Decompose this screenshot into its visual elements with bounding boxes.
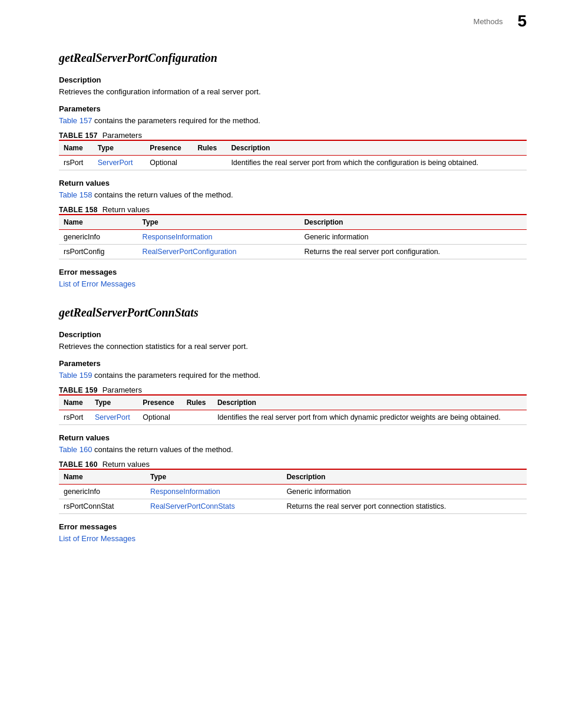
table158-col-description: Description: [299, 215, 527, 230]
type-link[interactable]: RealServerPortConfiguration: [143, 248, 237, 256]
cell-type[interactable]: ResponseInformation: [146, 485, 282, 499]
section1-parameters-intro: Table 157 contains the parameters requir…: [59, 116, 527, 125]
table-row: rsPortServerPortOptionalIdentifies the r…: [59, 410, 527, 425]
table157-label: TABLE 157: [59, 131, 98, 140]
table159-col-rules: Rules: [182, 395, 213, 410]
cell-rules: [182, 410, 213, 425]
table157-col-rules: Rules: [193, 140, 226, 156]
table160: Name Type Description genericInfoRespons…: [59, 469, 527, 514]
table160-label-row: TABLE 160 Return values: [59, 460, 527, 469]
table159-label-row: TABLE 159 Parameters: [59, 386, 527, 394]
section2-error-link[interactable]: List of Error Messages: [59, 534, 135, 543]
table159-header-row: Name Type Presence Rules Description: [59, 395, 527, 410]
cell-name: genericInfo: [59, 485, 146, 499]
cell-name: rsPort: [59, 410, 90, 425]
table160-title: Return values: [103, 460, 150, 469]
cell-description: Generic information: [282, 485, 527, 499]
cell-name: rsPortConnStat: [59, 499, 146, 514]
table159-col-description: Description: [213, 395, 527, 410]
table158-label: TABLE 158: [59, 206, 98, 214]
section2-error-messages: Error messages List of Error Messages: [59, 522, 527, 543]
section2-return-intro: Table 160 contains the return values of …: [59, 445, 527, 454]
cell-type[interactable]: ServerPort: [93, 156, 146, 170]
table158-header-row: Name Type Description: [59, 215, 527, 230]
table158-col-type: Type: [138, 215, 300, 230]
cell-description: Identifies the real server port from whi…: [226, 156, 527, 170]
table159-col-type: Type: [90, 395, 138, 410]
table157-col-presence: Presence: [145, 140, 193, 156]
table157-col-type: Type: [93, 140, 146, 156]
table160-col-description: Description: [282, 469, 527, 485]
section1-error-messages: Error messages List of Error Messages: [59, 268, 527, 288]
cell-description: Identifies the real server port from whi…: [213, 410, 527, 425]
cell-type[interactable]: RealServerPortConnStats: [146, 499, 282, 514]
section1-parameters-label: Parameters: [59, 104, 527, 113]
table-row: rsPortConnStatRealServerPortConnStatsRet…: [59, 499, 527, 514]
cell-rules: [193, 156, 226, 170]
table159: Name Type Presence Rules Description rsP…: [59, 394, 527, 425]
table158-col-name: Name: [59, 215, 138, 230]
table-row: genericInfoResponseInformationGeneric in…: [59, 485, 527, 499]
cell-name: rsPort: [59, 156, 93, 170]
cell-name: genericInfo: [59, 230, 138, 245]
section2-error-label: Error messages: [59, 522, 527, 531]
section2-return-values-label: Return values: [59, 433, 527, 442]
table158-link[interactable]: Table 158: [59, 190, 92, 199]
table157-col-description: Description: [226, 140, 527, 156]
table160-link[interactable]: Table 160: [59, 445, 92, 454]
cell-presence: Optional: [145, 156, 193, 170]
section2-parameters-intro: Table 159 contains the parameters requir…: [59, 371, 527, 380]
table159-label: TABLE 159: [59, 386, 98, 394]
table159-title: Parameters: [103, 386, 142, 394]
page-header: Methods 5: [59, 12, 527, 34]
table157-header-row: Name Type Presence Rules Description: [59, 140, 527, 156]
section1-description-text: Retrieves the configuration information …: [59, 87, 527, 96]
page-number: 5: [517, 12, 527, 31]
table157-col-name: Name: [59, 140, 93, 156]
table160-col-type: Type: [146, 469, 282, 485]
section1-error-link[interactable]: List of Error Messages: [59, 279, 135, 288]
section1-title: getRealServerPortConfiguration: [59, 51, 527, 65]
table159-col-name: Name: [59, 395, 90, 410]
section1-return-values-label: Return values: [59, 179, 527, 187]
section1-description-label: Description: [59, 75, 527, 84]
cell-description: Returns the real server port configurati…: [299, 245, 527, 259]
cell-description: Generic information: [299, 230, 527, 245]
type-link[interactable]: RealServerPortConnStats: [150, 502, 235, 510]
table158-label-row: TABLE 158 Return values: [59, 205, 527, 214]
cell-description: Returns the real server port connection …: [282, 499, 527, 514]
table-row: genericInfoResponseInformationGeneric in…: [59, 230, 527, 245]
cell-type[interactable]: ServerPort: [90, 410, 138, 425]
table-row: rsPortConfigRealServerPortConfigurationR…: [59, 245, 527, 259]
table157-link[interactable]: Table 157: [59, 116, 92, 125]
type-link[interactable]: ServerPort: [98, 159, 133, 167]
table-row: rsPortServerPortOptionalIdentifies the r…: [59, 156, 527, 170]
section-label: Methods: [474, 17, 503, 26]
cell-presence: Optional: [138, 410, 181, 425]
type-link[interactable]: ResponseInformation: [143, 233, 213, 241]
section-get-real-server-port-configuration: getRealServerPortConfiguration Descripti…: [59, 51, 527, 288]
table158-title: Return values: [103, 205, 150, 214]
table158: Name Type Description genericInfoRespons…: [59, 214, 527, 259]
table157-label-row: TABLE 157 Parameters: [59, 131, 527, 140]
type-link[interactable]: ServerPort: [95, 413, 130, 421]
section-get-real-server-port-conn-stats: getRealServerPortConnStats Description R…: [59, 306, 527, 543]
table159-col-presence: Presence: [138, 395, 181, 410]
section2-description-text: Retrieves the connection statistics for …: [59, 342, 527, 351]
table157-title: Parameters: [103, 131, 142, 140]
table159-link[interactable]: Table 159: [59, 371, 92, 380]
section2-parameters-label: Parameters: [59, 359, 527, 368]
section1-error-label: Error messages: [59, 268, 527, 276]
table160-col-name: Name: [59, 469, 146, 485]
section2-title: getRealServerPortConnStats: [59, 306, 527, 319]
cell-type[interactable]: RealServerPortConfiguration: [138, 245, 300, 259]
table160-header-row: Name Type Description: [59, 469, 527, 485]
table160-label: TABLE 160: [59, 460, 98, 469]
type-link[interactable]: ResponseInformation: [150, 487, 220, 496]
section1-return-intro: Table 158 contains the return values of …: [59, 190, 527, 199]
section2-description-label: Description: [59, 330, 527, 339]
cell-type[interactable]: ResponseInformation: [138, 230, 300, 245]
table157: Name Type Presence Rules Description rsP…: [59, 140, 527, 170]
cell-name: rsPortConfig: [59, 245, 138, 259]
